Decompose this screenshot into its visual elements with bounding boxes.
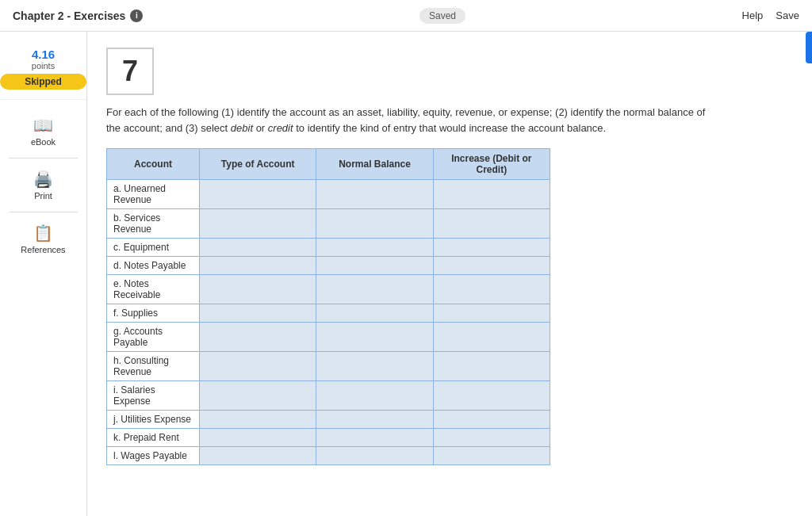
account-input-1[interactable]: [206, 390, 309, 401]
account-cell-1[interactable]: [200, 381, 316, 411]
account-cell-1[interactable]: [200, 304, 316, 323]
account-cell-2[interactable]: [316, 209, 433, 239]
account-input-3[interactable]: [440, 284, 543, 295]
account-cell-2[interactable]: [316, 180, 433, 209]
account-input-2[interactable]: [323, 361, 426, 372]
sidebar-divider-2: [9, 212, 78, 212]
account-input-2[interactable]: [323, 218, 426, 229]
account-input-3[interactable]: [440, 308, 543, 319]
account-cell-3[interactable]: [433, 180, 550, 209]
account-input-2[interactable]: [323, 242, 426, 253]
credit-italic: credit: [268, 122, 293, 134]
account-cell-2[interactable]: [316, 352, 433, 381]
account-cell-1[interactable]: [200, 429, 316, 447]
account-input-3[interactable]: [440, 361, 543, 372]
account-input-3[interactable]: [440, 218, 543, 229]
ebook-label: eBook: [31, 137, 56, 147]
question-or: or: [253, 122, 268, 134]
account-cell-1[interactable]: [200, 209, 316, 239]
question-number-box: 7: [106, 48, 154, 95]
account-label: c. Equipment: [107, 239, 200, 257]
account-cell-3[interactable]: [433, 323, 550, 352]
sidebar-item-references[interactable]: 📋 References: [0, 217, 86, 261]
account-cell-1[interactable]: [200, 180, 316, 209]
account-input-1[interactable]: [206, 432, 309, 443]
account-cell-1[interactable]: [200, 411, 316, 429]
question-text: For each of the following (1) identify t…: [106, 105, 709, 136]
account-input-3[interactable]: [440, 242, 543, 253]
account-input-1[interactable]: [206, 218, 309, 229]
skipped-badge[interactable]: Skipped: [0, 74, 86, 90]
table-row: j. Utilities Expense: [107, 411, 550, 429]
table-header-row: Account Type of Account Normal Balance I…: [107, 149, 550, 180]
blue-tab: [806, 32, 812, 63]
account-input-1[interactable]: [206, 450, 309, 461]
account-input-1[interactable]: [206, 361, 309, 372]
account-input-2[interactable]: [323, 189, 426, 200]
account-cell-3[interactable]: [433, 429, 550, 447]
points-label: points: [0, 61, 86, 71]
account-input-1[interactable]: [206, 260, 309, 271]
account-label: j. Utilities Expense: [107, 411, 200, 429]
table-row: l. Wages Payable: [107, 447, 550, 465]
account-input-2[interactable]: [323, 308, 426, 319]
account-input-2[interactable]: [323, 414, 426, 425]
account-input-1[interactable]: [206, 308, 309, 319]
account-input-1[interactable]: [206, 414, 309, 425]
account-cell-2[interactable]: [316, 304, 433, 323]
account-cell-2[interactable]: [316, 381, 433, 411]
account-input-2[interactable]: [323, 331, 426, 342]
account-input-1[interactable]: [206, 189, 309, 200]
account-cell-2[interactable]: [316, 257, 433, 275]
account-input-3[interactable]: [440, 189, 543, 200]
account-input-3[interactable]: [440, 432, 543, 443]
account-cell-3[interactable]: [433, 239, 550, 257]
account-input-2[interactable]: [323, 284, 426, 295]
help-link[interactable]: Help: [742, 10, 764, 21]
question-number: 7: [122, 55, 138, 88]
account-input-2[interactable]: [323, 450, 426, 461]
account-cell-3[interactable]: [433, 381, 550, 411]
references-label: References: [21, 245, 65, 254]
account-cell-1[interactable]: [200, 275, 316, 304]
points-area: 4.16 points Skipped: [0, 41, 86, 100]
account-cell-1[interactable]: [200, 323, 316, 352]
account-cell-3[interactable]: [433, 209, 550, 239]
account-cell-3[interactable]: [433, 411, 550, 429]
account-cell-2[interactable]: [316, 323, 433, 352]
account-input-2[interactable]: [323, 260, 426, 271]
account-label: l. Wages Payable: [107, 447, 200, 465]
account-cell-1[interactable]: [200, 257, 316, 275]
account-cell-3[interactable]: [433, 304, 550, 323]
account-label: b. Services Revenue: [107, 209, 200, 239]
account-input-1[interactable]: [206, 284, 309, 295]
account-cell-2[interactable]: [316, 447, 433, 465]
account-cell-1[interactable]: [200, 447, 316, 465]
account-input-3[interactable]: [440, 390, 543, 401]
account-input-3[interactable]: [440, 331, 543, 342]
account-input-3[interactable]: [440, 414, 543, 425]
sidebar-item-print[interactable]: 🖨️ Print: [0, 163, 86, 207]
account-cell-2[interactable]: [316, 239, 433, 257]
account-input-1[interactable]: [206, 242, 309, 253]
account-input-2[interactable]: [323, 390, 426, 401]
account-cell-1[interactable]: [200, 239, 316, 257]
account-input-3[interactable]: [440, 260, 543, 271]
account-input-2[interactable]: [323, 432, 426, 443]
account-input-3[interactable]: [440, 450, 543, 461]
account-cell-2[interactable]: [316, 429, 433, 447]
account-input-1[interactable]: [206, 331, 309, 342]
account-cell-2[interactable]: [316, 275, 433, 304]
account-label: a. Unearned Revenue: [107, 180, 200, 209]
save-button[interactable]: Save: [776, 10, 799, 21]
saved-badge: Saved: [419, 8, 465, 24]
info-icon[interactable]: i: [130, 10, 143, 22]
account-cell-3[interactable]: [433, 447, 550, 465]
account-cell-3[interactable]: [433, 352, 550, 381]
account-cell-2[interactable]: [316, 411, 433, 429]
account-cell-3[interactable]: [433, 275, 550, 304]
sidebar-item-ebook[interactable]: 📖 eBook: [0, 109, 86, 153]
table-row: a. Unearned Revenue: [107, 180, 550, 209]
account-cell-3[interactable]: [433, 257, 550, 275]
account-cell-1[interactable]: [200, 352, 316, 381]
